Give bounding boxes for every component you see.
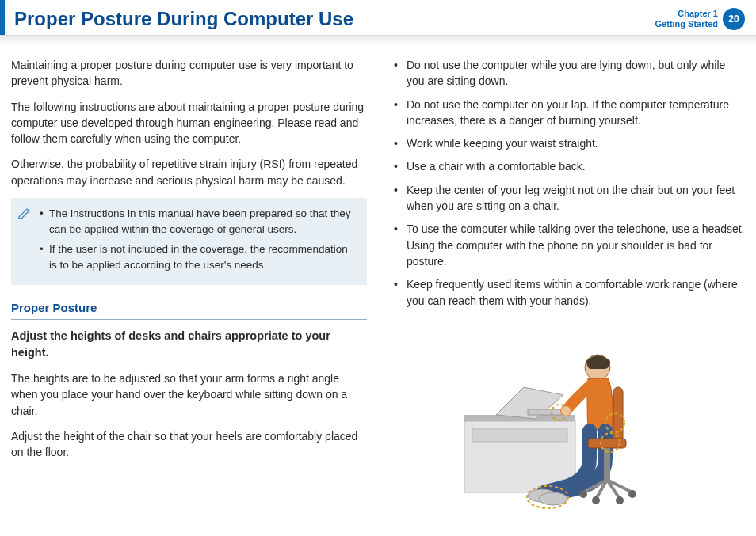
page-title: Proper Posture During Computer Use: [14, 8, 353, 30]
sub-heading: Adjust the heights of desks and chairs a…: [11, 328, 367, 361]
guideline-list: Do not use the computer while you are ly…: [389, 57, 745, 309]
posture-illustration: [389, 320, 745, 522]
svg-point-16: [616, 496, 624, 504]
content-columns: Maintaining a proper posture during comp…: [0, 48, 756, 522]
note-item: If the user is not included in the cover…: [40, 241, 357, 272]
svg-point-14: [628, 490, 636, 498]
header-divider: [0, 35, 756, 48]
svg-point-13: [579, 490, 587, 498]
list-item: Work while keeping your waist straight.: [389, 135, 745, 151]
page-number-badge: 20: [723, 8, 745, 30]
page-header: Proper Posture During Computer Use Chapt…: [0, 0, 756, 35]
right-column: Do not use the computer while you are ly…: [389, 57, 745, 522]
svg-rect-2: [472, 429, 567, 442]
list-item: Do not use the computer while you are ly…: [389, 57, 745, 89]
paragraph: Otherwise, the probability of repetitive…: [11, 156, 367, 188]
note-box: The instructions in this manual have bee…: [11, 198, 367, 285]
section-heading: Proper Posture: [11, 299, 367, 320]
paragraph: The following instructions are about mai…: [11, 99, 367, 147]
list-item: Keep frequently used items within a comf…: [389, 276, 745, 309]
paragraph: Adjust the height of the chair so that y…: [11, 428, 367, 461]
paragraph: Maintaining a proper posture during comp…: [11, 57, 367, 89]
list-item: To use the computer while talking over t…: [389, 221, 745, 269]
chapter-label: Chapter 1 Getting Started: [655, 9, 718, 29]
list-item: Keep the center of your leg weight not o…: [389, 182, 745, 215]
note-icon: [17, 206, 32, 225]
page-meta: Chapter 1 Getting Started 20: [655, 8, 745, 30]
note-item: The instructions in this manual have bee…: [40, 206, 357, 237]
svg-point-8: [539, 492, 567, 505]
svg-point-6: [561, 406, 571, 416]
left-column: Maintaining a proper posture during comp…: [11, 57, 367, 522]
svg-rect-12: [604, 448, 610, 480]
svg-point-15: [592, 496, 600, 504]
list-item: Do not use the computer on your lap. If …: [389, 97, 745, 129]
list-item: Use a chair with a comfortable back.: [389, 158, 745, 174]
paragraph: The heights are to be adjusted so that y…: [11, 371, 367, 419]
